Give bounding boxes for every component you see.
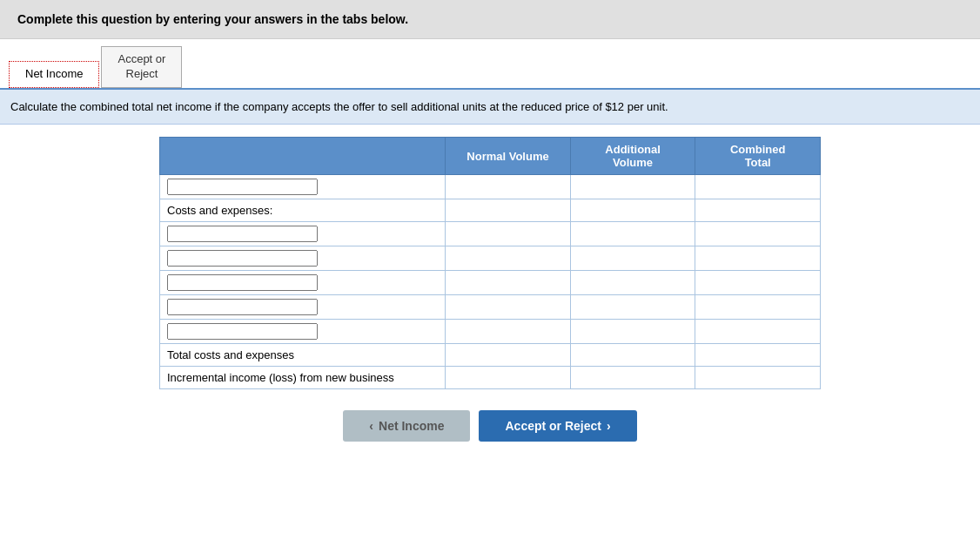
row-normal-input-4[interactable] <box>446 246 570 270</box>
row-combined-3 <box>695 222 821 246</box>
table-row <box>160 222 821 246</box>
row-label-7 <box>160 320 446 344</box>
row-normal-input-6[interactable] <box>446 295 570 319</box>
row-label-input-7[interactable] <box>167 323 318 340</box>
row-label-input-3[interactable] <box>167 226 318 242</box>
data-table: Normal Volume AdditionalVolume CombinedT… <box>159 137 821 389</box>
row-normal-input-1[interactable] <box>446 175 570 199</box>
incremental-normal-input[interactable] <box>446 367 570 388</box>
incremental-combined <box>695 367 821 389</box>
total-costs-normal <box>446 344 571 367</box>
total-costs-label-cell: Total costs and expenses <box>160 344 446 367</box>
row-combined-6 <box>695 295 821 320</box>
costs-label-cell: Costs and expenses: <box>160 199 446 222</box>
row-normal-5 <box>446 271 571 295</box>
prev-chevron-icon: ‹ <box>369 419 373 433</box>
table-row-costs-label: Costs and expenses: <box>160 199 821 222</box>
table-row-incremental: Incremental income (loss) from new busin… <box>160 367 821 389</box>
row-combined-5 <box>695 271 821 295</box>
row-additional-input-6[interactable] <box>571 295 695 319</box>
row-additional-6 <box>570 295 695 320</box>
incremental-label-cell: Incremental income (loss) from new busin… <box>160 367 446 389</box>
tab-net-income[interactable]: Net Income <box>9 61 99 88</box>
costs-combined <box>695 199 821 222</box>
row-combined-input-3[interactable] <box>695 222 820 246</box>
costs-additional-input[interactable] <box>571 199 695 221</box>
table-container: Normal Volume AdditionalVolume CombinedT… <box>0 125 980 398</box>
row-normal-7 <box>446 320 571 344</box>
table-row <box>160 295 821 320</box>
row-additional-4 <box>570 246 695 271</box>
row-additional-5 <box>570 271 695 295</box>
row-label-input-5[interactable] <box>167 274 318 291</box>
costs-additional <box>570 199 695 222</box>
prev-button[interactable]: ‹ Net Income <box>343 410 470 442</box>
row-combined-input-4[interactable] <box>695 246 820 270</box>
row-label-input-4[interactable] <box>167 250 318 267</box>
table-row <box>160 320 821 344</box>
row-combined-7 <box>695 320 821 344</box>
costs-label: Costs and expenses: <box>167 204 272 217</box>
page-wrapper: Complete this question by entering your … <box>0 0 980 540</box>
row-normal-1 <box>446 175 571 199</box>
row-additional-input-3[interactable] <box>571 222 695 246</box>
costs-normal-input[interactable] <box>446 199 570 221</box>
next-button[interactable]: Accept or Reject › <box>479 410 636 442</box>
costs-combined-input[interactable] <box>695 199 820 221</box>
tabs-area: Net Income Accept orReject <box>0 39 980 90</box>
prev-label: Net Income <box>379 419 444 433</box>
row-label-5 <box>160 271 446 295</box>
row-additional-input-7[interactable] <box>571 320 695 343</box>
row-label-4 <box>160 246 446 271</box>
tab-accept-reject[interactable]: Accept orReject <box>101 46 182 88</box>
row-additional-3 <box>570 222 695 246</box>
description-area: Calculate the combined total net income … <box>0 90 980 125</box>
table-row <box>160 175 821 199</box>
col-header-combined: CombinedTotal <box>695 138 821 175</box>
incremental-additional-input[interactable] <box>571 367 695 388</box>
incremental-normal <box>446 367 571 389</box>
col-header-additional: AdditionalVolume <box>570 138 695 175</box>
total-costs-combined-input[interactable] <box>695 344 820 366</box>
next-chevron-icon: › <box>607 419 611 433</box>
total-costs-label: Total costs and expenses <box>167 348 294 361</box>
row-combined-input-1[interactable] <box>695 175 820 199</box>
table-row <box>160 246 821 271</box>
total-costs-normal-input[interactable] <box>446 344 570 366</box>
row-combined-1 <box>695 175 821 199</box>
col-header-label <box>160 138 446 175</box>
incremental-additional <box>570 367 695 389</box>
row-additional-input-4[interactable] <box>571 246 695 270</box>
description-text: Calculate the combined total net income … <box>10 100 668 113</box>
row-combined-4 <box>695 246 821 271</box>
row-combined-input-5[interactable] <box>695 271 820 294</box>
row-normal-4 <box>446 246 571 271</box>
row-additional-input-1[interactable] <box>571 175 695 199</box>
table-row-total-costs: Total costs and expenses <box>160 344 821 367</box>
row-additional-input-5[interactable] <box>571 271 695 294</box>
row-label-1 <box>160 175 446 199</box>
incremental-combined-input[interactable] <box>695 367 820 388</box>
row-label-input-1[interactable] <box>167 179 318 195</box>
row-combined-input-7[interactable] <box>695 320 820 343</box>
row-combined-input-6[interactable] <box>695 295 820 319</box>
row-normal-input-7[interactable] <box>446 320 570 343</box>
table-row <box>160 271 821 295</box>
col-header-normal: Normal Volume <box>446 138 571 175</box>
row-normal-3 <box>446 222 571 246</box>
row-normal-input-5[interactable] <box>446 271 570 294</box>
row-label-input-6[interactable] <box>167 299 318 315</box>
instruction-text: Complete this question by entering your … <box>17 12 408 26</box>
next-label: Accept or Reject <box>505 419 601 433</box>
row-normal-input-3[interactable] <box>446 222 570 246</box>
instruction-bar: Complete this question by entering your … <box>0 0 980 39</box>
total-costs-additional <box>570 344 695 367</box>
total-costs-combined <box>695 344 821 367</box>
row-label-6 <box>160 295 446 320</box>
row-normal-6 <box>446 295 571 320</box>
costs-normal <box>446 199 571 222</box>
row-additional-1 <box>570 175 695 199</box>
row-additional-7 <box>570 320 695 344</box>
incremental-label: Incremental income (loss) from new busin… <box>167 371 394 384</box>
total-costs-additional-input[interactable] <box>571 344 695 366</box>
